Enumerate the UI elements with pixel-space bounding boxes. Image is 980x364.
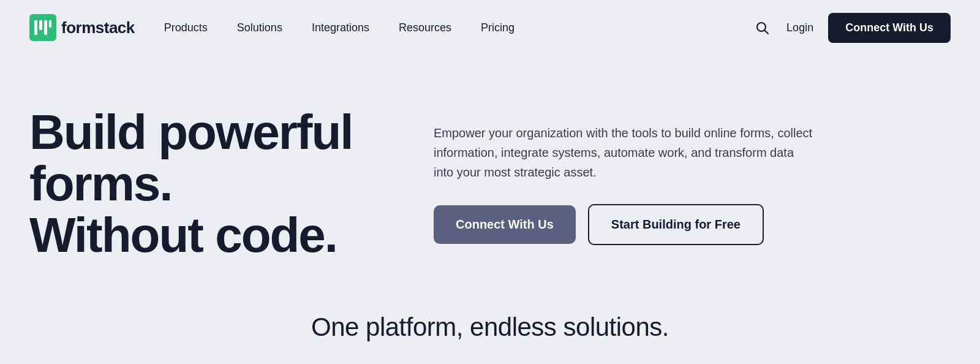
nav-link-integrations[interactable]: Integrations — [312, 21, 369, 34]
hero-headline-line2: Without code. — [29, 208, 337, 262]
nav-actions: Login Connect With Us — [752, 13, 951, 43]
hero-headline-container: Build powerful forms. Without code. — [29, 107, 385, 261]
formstack-logo-icon — [29, 14, 56, 41]
hero-description: Empower your organization with the tools… — [434, 123, 813, 182]
svg-rect-3 — [44, 20, 47, 35]
logo-link[interactable]: formstack — [29, 14, 135, 41]
navbar: formstack Products Solutions Integration… — [0, 0, 980, 55]
hero-headline: Build powerful forms. Without code. — [29, 107, 385, 261]
svg-rect-4 — [49, 20, 51, 28]
hero-right-content: Empower your organization with the tools… — [434, 123, 813, 245]
nav-link-products[interactable]: Products — [164, 21, 208, 34]
nav-link-solutions[interactable]: Solutions — [237, 21, 282, 34]
login-link[interactable]: Login — [786, 21, 813, 34]
nav-cta-button[interactable]: Connect With Us — [828, 13, 951, 43]
nav-link-pricing[interactable]: Pricing — [481, 21, 514, 34]
nav-links: Products Solutions Integrations Resource… — [164, 21, 752, 34]
svg-rect-2 — [39, 20, 42, 30]
hero-buttons: Connect With Us Start Building for Free — [434, 204, 813, 245]
nav-link-resources[interactable]: Resources — [399, 21, 451, 34]
start-building-button[interactable]: Start Building for Free — [588, 204, 764, 245]
search-icon — [755, 20, 769, 35]
svg-rect-1 — [34, 20, 37, 35]
svg-line-6 — [765, 31, 769, 34]
hero-section: Build powerful forms. Without code. Empo… — [0, 55, 980, 300]
tagline-section: One platform, endless solutions. — [0, 300, 980, 364]
logo-text: formstack — [61, 18, 135, 37]
tagline-text: One platform, endless solutions. — [29, 313, 951, 342]
search-button[interactable] — [752, 18, 772, 37]
connect-with-us-button[interactable]: Connect With Us — [434, 205, 576, 244]
hero-headline-line1: Build powerful forms. — [29, 105, 353, 211]
svg-rect-0 — [29, 14, 56, 41]
